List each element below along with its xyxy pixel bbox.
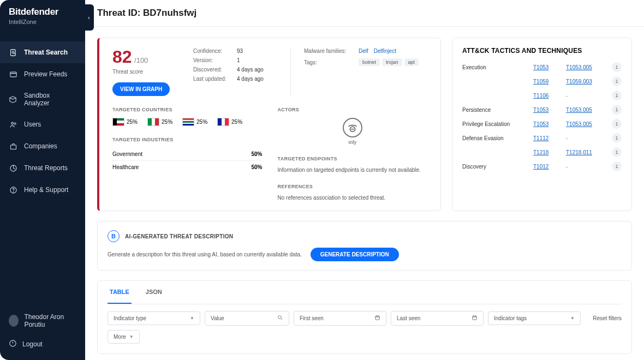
flag-icon xyxy=(147,118,159,126)
meta-value: 1 xyxy=(237,57,240,63)
reset-filters-button[interactable]: Reset filters xyxy=(593,315,622,321)
technique-id-link[interactable]: T1053 xyxy=(533,107,564,113)
attack-row: Defense EvasionT1112-1 xyxy=(462,133,622,143)
svg-rect-12 xyxy=(375,316,379,320)
logout-button[interactable]: Logout xyxy=(0,334,85,355)
threat-score-denom: /100 xyxy=(134,56,148,64)
meta-label: Last updated: xyxy=(193,76,237,82)
subtechnique-id-link[interactable]: T1053.005 xyxy=(566,64,605,70)
subtechnique-id-link[interactable]: T1053.005 xyxy=(566,107,605,113)
ioc-tabs: TABLE JSON xyxy=(108,281,622,304)
brand-name: Bitdefender xyxy=(9,7,76,17)
technique-id-link[interactable]: T1112 xyxy=(533,135,564,141)
svg-point-4 xyxy=(14,123,16,124)
sidebar-item-threat-search[interactable]: Threat Search xyxy=(0,41,85,63)
users-icon xyxy=(9,120,17,129)
malware-family-link[interactable]: Delf xyxy=(359,48,368,54)
industry-pct: 50% xyxy=(251,151,262,157)
detail-label: Malware families: xyxy=(304,48,359,54)
meta-value: 93 xyxy=(237,48,243,54)
technique-id-link[interactable]: T1059 xyxy=(533,79,564,85)
svg-point-3 xyxy=(11,122,13,124)
threat-tag: trojan xyxy=(382,58,402,66)
section-heading: TARGETED INDUSTRIES xyxy=(112,137,263,142)
malware-family-link[interactable]: Delfinject xyxy=(374,48,396,54)
svg-rect-5 xyxy=(10,145,16,149)
reports-icon xyxy=(9,164,17,172)
svg-point-8 xyxy=(13,191,14,192)
top-row: 82 /100 Threat score VIEW IN GRAPH Confi… xyxy=(97,38,632,211)
sidebar-item-users[interactable]: Users xyxy=(0,113,85,135)
threat-tag: apt xyxy=(404,58,419,66)
sidebar-item-label: Companies xyxy=(24,142,57,150)
threat-tag: botnet xyxy=(359,58,380,66)
count-badge: 1 xyxy=(612,105,622,115)
targeted-countries: 25% 25% 25% 25% xyxy=(112,118,263,126)
threat-score-value: 82 xyxy=(112,47,132,67)
actor-item[interactable]: Infy xyxy=(278,118,428,145)
subtechnique-id-link[interactable]: T1218.011 xyxy=(566,149,605,155)
industry-name: Healthcare xyxy=(112,164,139,170)
filter-last-seen[interactable]: Last seen xyxy=(391,311,484,326)
svg-rect-2 xyxy=(10,72,16,77)
sidebar-item-companies[interactable]: Companies xyxy=(0,135,85,157)
chevron-left-icon: ‹ xyxy=(88,15,90,21)
filter-indicator-tags[interactable]: Indicator tags▼ xyxy=(488,311,581,325)
meta-value: 4 days ago xyxy=(237,67,264,73)
country-pct: 25% xyxy=(162,119,172,125)
threat-meta: Confidence:93 Version:1 Discovered:4 day… xyxy=(193,48,275,96)
ai-title: AI-GENERATED THREAT DESCRIPTION xyxy=(125,233,233,239)
generate-description-button[interactable]: GENERATE DESCRIPTION xyxy=(311,248,399,261)
attack-row: DiscoveryT1012-1 xyxy=(462,161,622,171)
technique-id-link[interactable]: T1012 xyxy=(533,164,564,170)
section-heading: REFERENCES xyxy=(278,184,428,189)
subtechnique-id-link[interactable]: T1059.003 xyxy=(566,79,605,85)
subtechnique-id-link[interactable]: T1053.005 xyxy=(566,121,605,127)
industry-row: Healthcare50% xyxy=(112,161,263,173)
calendar-icon xyxy=(472,315,478,322)
threat-score-block: 82 /100 Threat score VIEW IN GRAPH xyxy=(112,48,178,96)
sidebar-item-preview-feeds[interactable]: Preview Feeds xyxy=(0,63,85,85)
count-badge: 1 xyxy=(612,91,622,100)
technique-id-link[interactable]: T1053 xyxy=(533,64,564,70)
sidebar-item-sandbox-analyzer[interactable]: Sandbox Analyzer xyxy=(0,85,85,113)
tab-json[interactable]: JSON xyxy=(144,281,164,304)
tab-table[interactable]: TABLE xyxy=(108,281,132,304)
sidebar-item-help-support[interactable]: Help & Support xyxy=(0,179,85,201)
view-in-graph-button[interactable]: VIEW IN GRAPH xyxy=(112,82,170,96)
actor-icon xyxy=(343,118,362,137)
chevron-down-icon: ▼ xyxy=(129,334,134,339)
sidebar-item-label: Sandbox Analyzer xyxy=(24,92,76,107)
more-filters-button[interactable]: More▼ xyxy=(108,330,140,344)
attack-title: ATT&CK TACTICS AND TECHNIQUES xyxy=(462,47,622,55)
feeds-icon xyxy=(9,70,17,79)
sidebar-item-label: Threat Search xyxy=(24,49,68,56)
sidebar-item-label: Help & Support xyxy=(24,186,68,194)
subtechnique-none: - xyxy=(566,93,605,99)
section-heading: TARGETED COUNTRIES xyxy=(112,107,263,112)
filter-value[interactable]: Value xyxy=(205,311,289,326)
filter-first-seen[interactable]: First seen xyxy=(294,311,386,326)
attack-row: T1106-1 xyxy=(462,91,622,100)
count-badge: 1 xyxy=(612,119,622,129)
chevron-down-icon: ▼ xyxy=(570,316,575,321)
filter-indicator-type[interactable]: Indicator type▼ xyxy=(108,311,200,325)
technique-id-link[interactable]: T1053 xyxy=(533,121,564,127)
subtechnique-none: - xyxy=(566,135,605,141)
meta-label: Discovered: xyxy=(193,67,237,73)
user-profile[interactable]: Theodor Aron Porutiu xyxy=(0,308,85,334)
collapse-sidebar-button[interactable]: ‹ xyxy=(84,4,94,31)
tactic-name: Defense Evasion xyxy=(462,135,531,141)
brand: Bitdefender IntelliZone xyxy=(0,0,85,31)
sidebar-item-threat-reports[interactable]: Threat Reports xyxy=(0,157,85,179)
tactic-name: Privilege Escalation xyxy=(462,121,531,127)
nav: Threat Search Preview Feeds Sandbox Anal… xyxy=(0,41,85,308)
sidebar: Bitdefender IntelliZone ‹ Threat Search … xyxy=(0,0,85,360)
country-item: 25% xyxy=(112,118,138,126)
sidebar-item-label: Preview Feeds xyxy=(24,70,67,78)
count-badge: 1 xyxy=(612,62,622,72)
calendar-icon xyxy=(374,315,380,322)
technique-id-link[interactable]: T1218 xyxy=(533,149,564,155)
tactic-name: Discovery xyxy=(462,164,531,170)
technique-id-link[interactable]: T1106 xyxy=(533,93,564,99)
